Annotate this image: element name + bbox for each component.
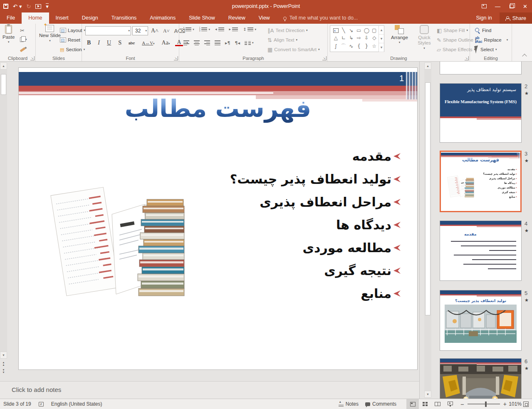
- books-clipart[interactable]: [49, 173, 188, 303]
- next-slide-button[interactable]: ▼▼: [0, 368, 7, 374]
- cut-button[interactable]: ✂: [20, 26, 25, 35]
- left-brace-icon[interactable]: {: [357, 43, 361, 49]
- align-right-button[interactable]: [204, 40, 210, 45]
- thumb-scrollbar-thumb[interactable]: [425, 82, 431, 315]
- format-painter-button[interactable]: [20, 45, 25, 54]
- copy-button[interactable]: ▾: [20, 35, 27, 44]
- arrange-button[interactable]: Arrange▾: [391, 25, 408, 44]
- star-icon[interactable]: ☆: [372, 43, 376, 49]
- reading-view-button[interactable]: [431, 399, 444, 409]
- underline-button[interactable]: U: [105, 40, 113, 46]
- oval-icon[interactable]: ◯: [364, 27, 369, 33]
- zoom-slider-thumb[interactable]: [485, 402, 487, 407]
- quick-styles-button[interactable]: Quick Styles▾: [414, 25, 434, 50]
- thumbnail-slide-2[interactable]: سیستم تولید انعطاف پذیر Flexible Manufac…: [440, 83, 522, 143]
- animation-star-icon[interactable]: ★: [525, 366, 529, 371]
- paste-button[interactable]: Paste▾: [2, 25, 15, 44]
- find-button[interactable]: Find: [475, 26, 491, 35]
- triangle-icon[interactable]: △: [334, 35, 338, 41]
- character-spacing-button[interactable]: A↔V▾: [140, 40, 156, 45]
- zoom-in-button[interactable]: +: [503, 401, 507, 407]
- share-button[interactable]: Share: [500, 12, 532, 24]
- notes-toggle-button[interactable]: Notes: [335, 399, 362, 409]
- bullets-button[interactable]: ▾: [183, 27, 194, 32]
- thumb-scroll-down-icon[interactable]: ▼: [424, 391, 431, 398]
- right-brace-icon[interactable]: }: [365, 43, 368, 49]
- close-icon[interactable]: ✕: [518, 0, 532, 12]
- ltr-direction-button[interactable]: ▸¶: [225, 41, 230, 45]
- align-center-button[interactable]: [194, 40, 200, 45]
- elbow-connector-icon[interactable]: ∟: [341, 35, 346, 41]
- arc-icon[interactable]: ⌒: [341, 43, 346, 50]
- decrease-indent-button[interactable]: ◂: [215, 27, 224, 31]
- previous-slide-button[interactable]: ▲▲: [0, 360, 7, 367]
- freeform-icon[interactable]: ◇: [372, 35, 376, 41]
- tab-animations[interactable]: Animations: [143, 12, 182, 24]
- shape-fill-button[interactable]: ◧Shape Fill▾: [437, 26, 468, 35]
- reset-button[interactable]: Reset: [60, 36, 80, 44]
- replace-button[interactable]: ab⇄acReplace▾: [475, 36, 508, 44]
- bold-button[interactable]: B: [85, 40, 92, 46]
- scroll-down-icon[interactable]: ▼: [0, 352, 7, 359]
- elbow-arrow-icon[interactable]: ↳: [349, 35, 353, 41]
- text-box-icon[interactable]: A: [333, 28, 339, 33]
- sign-in-button[interactable]: Sign in: [468, 12, 499, 24]
- new-slide-button[interactable]: New Slide▾: [39, 25, 61, 42]
- tab-review[interactable]: Review: [222, 12, 252, 24]
- increase-indent-button[interactable]: ▸: [229, 27, 238, 31]
- convert-smartart-button[interactable]: ▦Convert to SmartArt▾: [267, 45, 319, 54]
- fit-slide-to-window-icon[interactable]: [523, 402, 529, 407]
- spell-check-icon[interactable]: ✗: [39, 402, 44, 407]
- align-left-button[interactable]: [183, 40, 189, 45]
- italic-button[interactable]: I: [96, 40, 101, 46]
- slide-canvas[interactable]: 1 فهرست مطالب مقدمه تولید انعطاف پذیر چی…: [441, 152, 520, 211]
- notes-pane[interactable]: Click to add notes: [0, 381, 419, 399]
- books-clipart[interactable]: [447, 173, 475, 198]
- animation-star-icon[interactable]: ★: [525, 158, 529, 164]
- drawing-dialog-launcher[interactable]: ↘: [465, 56, 469, 60]
- zoom-slider-track[interactable]: [468, 404, 500, 404]
- tell-me-box[interactable]: Tell me what you want to do...: [283, 12, 358, 24]
- text-direction-button[interactable]: ∥AText Direction▾: [267, 26, 308, 35]
- normal-view-button[interactable]: [406, 399, 419, 409]
- restore-icon[interactable]: [505, 0, 518, 12]
- grow-font-button[interactable]: A˄: [149, 27, 160, 34]
- curve-icon[interactable]: ∿: [349, 43, 353, 49]
- arrow-line-icon[interactable]: ↘: [349, 27, 353, 33]
- change-case-button[interactable]: Aa▾: [160, 40, 172, 46]
- slide-canvas[interactable]: 1 فهرست مطالب مقدمه تولید انعطاف پذیر چی…: [18, 67, 418, 370]
- layout-button[interactable]: Layout▾: [60, 26, 85, 35]
- rectangle-icon[interactable]: ▭: [356, 27, 361, 33]
- minimize-icon[interactable]: —: [491, 0, 505, 12]
- slide-scrollbar-track[interactable]: [0, 62, 7, 359]
- right-arrow-icon[interactable]: ⇨: [357, 35, 361, 41]
- comments-toggle-button[interactable]: Comments: [362, 399, 400, 409]
- scribble-icon[interactable]: ∫: [334, 43, 337, 49]
- slide-title[interactable]: فهرست مطالب: [441, 157, 520, 163]
- down-arrow-icon[interactable]: ⇩: [364, 35, 369, 41]
- shrink-font-button[interactable]: A˅: [161, 28, 171, 34]
- thumbnail-slide-1[interactable]: [440, 62, 522, 74]
- slideshow-view-button[interactable]: [444, 399, 456, 409]
- paragraph-dialog-launcher[interactable]: ↘: [322, 56, 327, 60]
- ribbon-display-options-icon[interactable]: [477, 0, 491, 12]
- thumbnail-slide-6[interactable]: [440, 358, 522, 399]
- thumbnail-slide-3[interactable]: 1 فهرست مطالب مقدمه تولید انعطاف پذیر چی…: [440, 151, 522, 212]
- slide-scrollbar-thumb[interactable]: [1, 74, 6, 95]
- zoom-percentage[interactable]: 101%: [507, 401, 522, 407]
- slide-title[interactable]: فهرست مطالب: [19, 94, 417, 123]
- columns-button[interactable]: ▾: [245, 41, 254, 45]
- rounded-rectangle-icon[interactable]: ▢: [372, 27, 376, 33]
- font-name-combobox[interactable]: ▾: [85, 26, 131, 35]
- numbering-button[interactable]: 1 2 3▾: [199, 27, 210, 32]
- scroll-up-icon[interactable]: ▲: [0, 62, 7, 69]
- font-dialog-launcher[interactable]: ↘: [174, 56, 178, 60]
- tab-insert[interactable]: Insert: [49, 12, 75, 24]
- section-button[interactable]: ▤Section▾: [60, 45, 85, 54]
- clipboard-dialog-launcher[interactable]: ↘: [30, 56, 35, 60]
- justify-button[interactable]: [215, 40, 220, 45]
- line-spacing-button[interactable]: ↕▾: [243, 27, 256, 32]
- shape-effects-button[interactable]: ▱Shape Effects▾: [437, 45, 475, 54]
- thumb-scroll-up-icon[interactable]: ▲: [424, 62, 431, 69]
- slide-sorter-view-button[interactable]: [419, 399, 431, 409]
